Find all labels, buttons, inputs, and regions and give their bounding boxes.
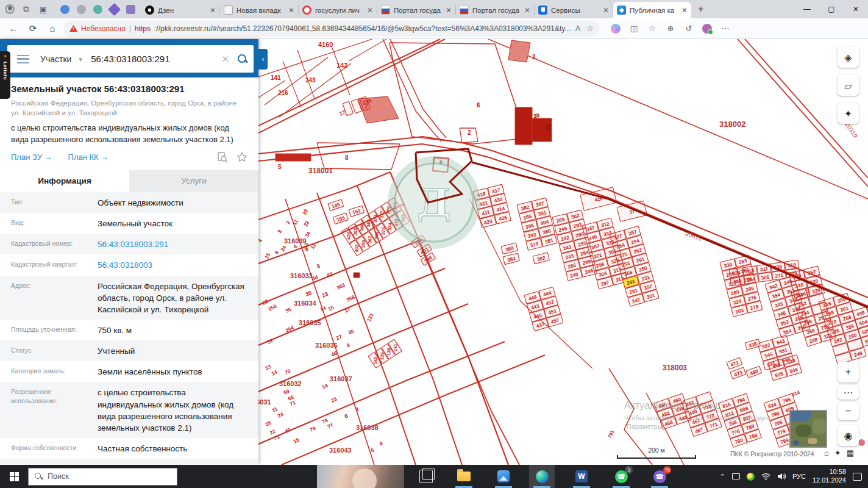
pinned-tab-3[interactable] [93, 5, 102, 14]
row-value[interactable]: 56:43:0318003:291 [87, 234, 258, 254]
compass-button[interactable]: ◉ [838, 425, 859, 446]
settings-more-icon[interactable]: ⋯ [718, 23, 733, 34]
clear-search-icon[interactable]: ✕ [221, 54, 229, 65]
wifi-icon[interactable] [761, 473, 770, 480]
pinned-tab-1[interactable] [60, 5, 69, 14]
svg-text:2: 2 [468, 129, 471, 136]
edge-taskbar-icon[interactable] [529, 465, 555, 488]
row-label: Тип: [0, 192, 87, 213]
refresh-button[interactable]: ⟳ [24, 20, 41, 37]
new-tab-button[interactable]: + [698, 4, 703, 15]
browser-tab-4[interactable]: Портал госуда✕ [377, 2, 455, 18]
locate-icon[interactable]: ✦ [834, 448, 841, 458]
clock[interactable]: 10:5812.01.2024 [813, 468, 846, 485]
letinfo-extension-handle[interactable]: » LetInfo [0, 51, 10, 99]
star-icon[interactable] [237, 152, 247, 163]
security-warning-text[interactable]: Небезопасно [81, 24, 126, 33]
profile-icon[interactable] [5, 4, 15, 14]
browser-tab-2[interactable]: Новая вкладк✕ [220, 2, 298, 18]
photos-taskbar-icon[interactable] [491, 465, 516, 488]
workspaces-icon[interactable]: ▣ [38, 4, 49, 15]
browser-tab-3[interactable]: госуслуги лич✕ [299, 2, 377, 18]
overview-minimap[interactable] [789, 410, 827, 448]
search-category[interactable]: Участки [40, 54, 71, 64]
menu-icon[interactable] [17, 55, 29, 63]
viber-taskbar-icon[interactable]: ☎76 [647, 465, 672, 488]
letinfo-label: LetInfo [2, 62, 8, 80]
notification-center-icon[interactable] [853, 473, 862, 481]
language-indicator[interactable]: РУС [792, 473, 806, 480]
minimize-button[interactable]: — [795, 0, 819, 18]
address-bar[interactable]: Небезопасно | https ://pkk.rosreestr.ru/… [63, 21, 600, 37]
panel-collapse-button[interactable]: ‹ [258, 49, 268, 70]
browser-tab-bar: ⧉ ▣ Дзен✕Новая вкладк✕госуслуги лич✕Порт… [0, 0, 868, 18]
history-icon[interactable]: ↺ [681, 23, 696, 34]
row-label: Статус: [0, 340, 87, 361]
display-tray-icon[interactable] [732, 473, 740, 479]
security-warning-icon [69, 25, 77, 32]
tab-close-icon[interactable]: ✕ [681, 6, 688, 15]
volume-icon[interactable] [777, 473, 786, 480]
back-button[interactable]: ← [5, 20, 22, 37]
measure-button[interactable]: ▱ [838, 75, 859, 96]
hidden-icons-chevron[interactable]: ⌃ [720, 473, 725, 481]
split-screen-icon[interactable]: ◫ [627, 23, 641, 34]
home-button[interactable]: ⌂ [44, 20, 61, 37]
tab-close-icon[interactable]: ✕ [210, 6, 216, 15]
tab-label: Портал госуда [394, 7, 442, 14]
tab-services[interactable]: Услуги [129, 170, 258, 192]
imagery-icon[interactable]: ▦ [847, 448, 854, 458]
word-taskbar-icon[interactable]: W [569, 465, 594, 488]
tab-label: Портал госуда [472, 7, 521, 14]
home-icon[interactable]: ⌂ [824, 448, 829, 458]
browser-tab-5[interactable]: Портал госуда✕ [456, 2, 534, 18]
svg-text:20478: 20478 [685, 230, 703, 242]
pinned-tab-2[interactable] [77, 5, 86, 14]
browser-tab-1[interactable]: Дзен✕ [141, 2, 219, 18]
start-button[interactable] [0, 465, 28, 488]
maximize-button[interactable]: ▢ [819, 0, 844, 18]
close-button[interactable]: ✕ [844, 0, 868, 18]
tab-bar-left-icons: ⧉ ▣ [0, 4, 54, 15]
vertical-tabs-icon[interactable]: ⧉ [21, 4, 32, 15]
copilot-icon[interactable] [611, 24, 621, 34]
plan-zu-link[interactable]: План ЗУ → [11, 152, 52, 162]
layers-button[interactable]: ◈ [838, 47, 859, 68]
tab-information[interactable]: Информация [0, 170, 129, 192]
doc-search-icon[interactable] [217, 152, 228, 163]
search-icon[interactable] [238, 54, 247, 64]
more-button[interactable]: ⋯ [838, 385, 859, 400]
read-aloud-icon[interactable]: A [575, 24, 581, 33]
browser-tab-6[interactable]: Сервисы✕ [535, 2, 613, 18]
favorite-star-icon[interactable]: ☆ [586, 24, 594, 33]
cadastral-map[interactable]: 4184174214304114144204263823873853913954… [258, 39, 868, 465]
tab-close-icon[interactable]: ✕ [367, 6, 373, 15]
tab-close-icon[interactable]: ✕ [524, 6, 530, 15]
pinned-tab-4[interactable] [108, 2, 121, 15]
row-value[interactable]: 56:43:0318003 [87, 254, 258, 275]
taskbar-search[interactable]: Поиск [28, 468, 177, 486]
browser-tab-7[interactable]: Публичная ка✕ [613, 2, 691, 18]
svg-text:15: 15 [327, 304, 335, 312]
zoom-out-button[interactable]: − [838, 402, 859, 420]
search-input[interactable] [91, 54, 216, 64]
tab-close-icon[interactable]: ✕ [446, 6, 452, 15]
tab-close-icon[interactable]: ✕ [288, 6, 294, 15]
file-explorer-taskbar-icon[interactable] [451, 465, 477, 488]
pinned-tab-5[interactable] [126, 5, 135, 14]
plan-kk-link[interactable]: План КК → [68, 152, 109, 162]
essentials-icon[interactable]: ⊕ [663, 23, 678, 34]
svg-text:42: 42 [326, 271, 333, 279]
antivirus-tray-icon[interactable] [747, 473, 755, 481]
whatsapp-taskbar-icon[interactable]: ☎3 [608, 465, 634, 488]
cadastral-map-canvas[interactable]: 4184174214304114144204263823873853913954… [258, 39, 868, 465]
task-view-icon[interactable] [419, 470, 433, 483]
chevron-down-icon[interactable]: ▼ [77, 56, 84, 63]
favorites-icon[interactable]: ☆ [645, 23, 660, 34]
zoom-in-button[interactable]: + [838, 362, 859, 382]
svg-text:34: 34 [319, 305, 327, 313]
news-widget-thumbnail[interactable] [317, 465, 404, 488]
extension-icon[interactable] [702, 24, 712, 34]
tab-close-icon[interactable]: ✕ [603, 6, 609, 15]
marker-button[interactable]: ✦ [838, 103, 859, 124]
